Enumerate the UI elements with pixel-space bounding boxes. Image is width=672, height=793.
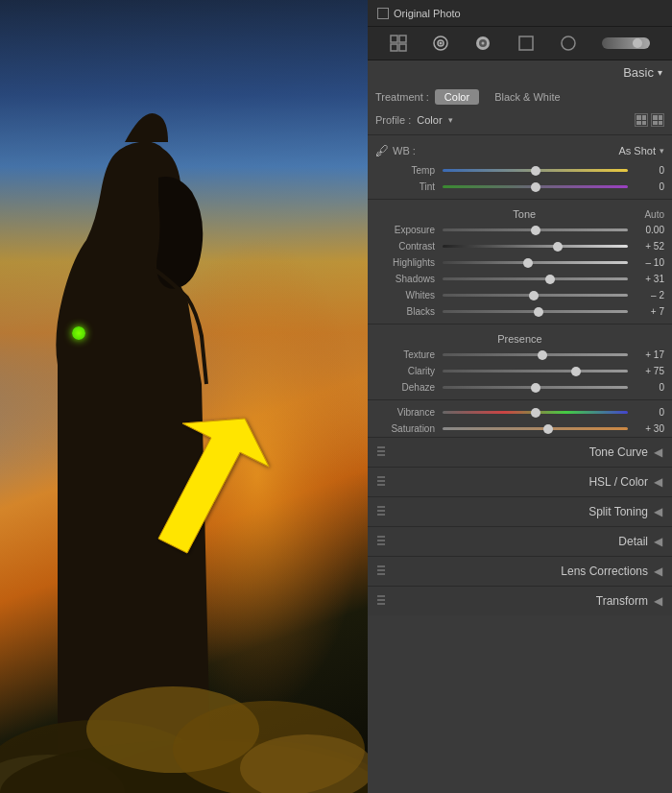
tone-curve-arrow[interactable]: ◀ (654, 445, 662, 459)
wb-dropdown-arrow[interactable]: ▾ (660, 146, 664, 156)
blacks-label: Blacks (375, 306, 435, 317)
saturation-thumb[interactable] (543, 424, 553, 434)
clarity-thumb[interactable] (571, 367, 581, 376)
grid-view-icon[interactable] (390, 35, 407, 52)
whites-track[interactable] (443, 294, 628, 297)
treatment-label: Treatment : (375, 91, 429, 103)
section-grip (377, 446, 385, 458)
profile-grid-icon-1[interactable] (635, 113, 648, 127)
exposure-value: 0.00 (636, 225, 664, 235)
clarity-track[interactable] (443, 370, 628, 372)
highlights-slider-row: Highlights – 10 (368, 254, 672, 271)
detail-section[interactable]: Detail ◀ (368, 526, 672, 556)
presence-title: Presence (404, 333, 636, 345)
tint-label: Tint (375, 181, 435, 192)
blacks-value: + 7 (636, 306, 664, 317)
whites-slider-row: Whites – 2 (368, 287, 672, 303)
divider-2 (368, 199, 672, 200)
contrast-track[interactable] (443, 245, 628, 248)
whites-label: Whites (375, 290, 435, 300)
split-toning-section[interactable]: Split Toning ◀ (368, 496, 672, 526)
blacks-slider-row: Blacks + 7 (368, 303, 672, 320)
lens-corrections-arrow[interactable]: ◀ (654, 565, 662, 578)
exposure-thumb[interactable] (531, 226, 540, 235)
highlights-thumb[interactable] (523, 258, 533, 268)
develop-icon[interactable] (474, 35, 492, 52)
shadows-thumb[interactable] (545, 275, 555, 284)
treatment-row: Treatment : Color Black & White (368, 84, 672, 109)
dehaze-track[interactable] (443, 386, 628, 389)
divider-1 (368, 134, 672, 135)
detail-arrow[interactable]: ◀ (654, 535, 662, 548)
vibrance-thumb[interactable] (531, 408, 540, 418)
texture-label: Texture (375, 349, 435, 360)
bw-treatment-button[interactable]: Black & White (485, 89, 569, 105)
svg-rect-12 (399, 44, 406, 51)
hsl-color-section[interactable]: HSL / Color ◀ (368, 467, 672, 496)
photo-panel (0, 0, 368, 793)
hsl-color-arrow[interactable]: ◀ (654, 475, 662, 489)
vibrance-track[interactable] (443, 411, 628, 414)
section-grip-5 (377, 565, 385, 577)
svg-marker-8 (158, 419, 269, 553)
svg-rect-19 (519, 36, 533, 50)
texture-track[interactable] (443, 353, 628, 356)
dehaze-slider-row: Dehaze 0 (368, 379, 672, 396)
loupe-icon[interactable] (432, 35, 449, 52)
eyedropper-icon[interactable]: 🖋 (375, 143, 389, 158)
exposure-slider-row: Exposure 0.00 (368, 222, 672, 238)
green-dot-indicator (72, 326, 85, 340)
tint-slider-row: Tint 0 (368, 179, 672, 195)
highlights-track[interactable] (443, 261, 628, 264)
tint-track[interactable] (443, 185, 628, 188)
basic-section-header: Basic ▾ (368, 60, 672, 84)
profile-grid-icon-2[interactable] (651, 113, 664, 127)
exposure-track[interactable] (443, 228, 628, 231)
profile-label: Profile : (375, 114, 411, 126)
tone-curve-section[interactable]: Tone Curve ◀ (368, 437, 672, 467)
blacks-track[interactable] (443, 310, 628, 313)
contrast-thumb[interactable] (553, 242, 563, 252)
saturation-slider-row: Saturation + 30 (368, 421, 672, 437)
whites-thumb[interactable] (529, 291, 539, 300)
temp-track[interactable] (443, 169, 628, 172)
auto-button[interactable]: Auto (644, 209, 664, 220)
lens-corrections-section[interactable]: Lens Corrections ◀ (368, 556, 672, 586)
split-toning-arrow[interactable]: ◀ (654, 505, 662, 518)
saturation-label: Saturation (375, 423, 435, 434)
tone-title: Tone (404, 208, 644, 220)
saturation-track[interactable] (443, 427, 628, 430)
temp-label: Temp (375, 165, 435, 176)
texture-thumb[interactable] (538, 350, 547, 360)
shadows-track[interactable] (443, 277, 628, 280)
vibrance-value: 0 (636, 407, 664, 418)
exposure-label: Exposure (375, 225, 435, 235)
basic-dropdown-arrow[interactable]: ▾ (658, 67, 662, 78)
clarity-label: Clarity (375, 366, 435, 376)
adjustment-slider-icon[interactable] (602, 37, 650, 49)
profile-value: Color (417, 114, 442, 126)
temp-thumb[interactable] (531, 166, 540, 176)
contrast-slider-row: Contrast + 52 (368, 238, 672, 254)
dehaze-thumb[interactable] (531, 383, 540, 393)
transform-section[interactable]: Transform ◀ (368, 586, 672, 615)
shadows-value: + 31 (636, 274, 664, 284)
section-grip-3 (377, 506, 385, 517)
saturation-value: + 30 (636, 423, 664, 434)
texture-value: + 17 (636, 349, 664, 360)
blacks-thumb[interactable] (534, 307, 543, 317)
radial-filter-icon[interactable] (560, 35, 577, 52)
color-treatment-button[interactable]: Color (435, 89, 479, 105)
transform-arrow[interactable]: ◀ (654, 594, 662, 608)
checkbox-icon[interactable] (377, 8, 389, 19)
basic-title: Basic (623, 65, 654, 80)
tint-thumb[interactable] (531, 182, 540, 192)
texture-slider-row: Texture + 17 (368, 347, 672, 363)
shadows-slider-row: Shadows + 31 (368, 271, 672, 287)
crop-icon[interactable] (517, 35, 535, 52)
vibrance-slider-row: Vibrance 0 (368, 404, 672, 421)
profile-dropdown-icon[interactable]: ▾ (448, 115, 453, 125)
highlights-value: – 10 (636, 257, 664, 268)
dehaze-label: Dehaze (375, 382, 435, 393)
temp-slider-row: Temp 0 (368, 162, 672, 179)
